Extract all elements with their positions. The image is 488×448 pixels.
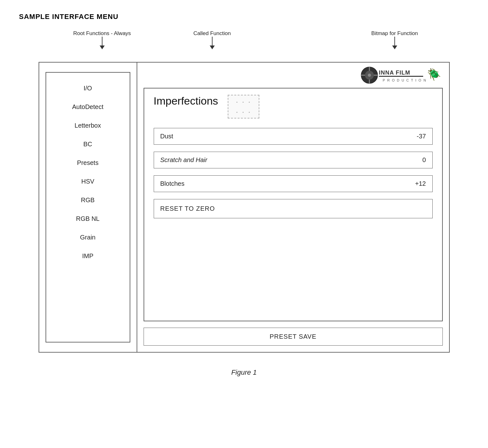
- menu-item-bc[interactable]: BC: [49, 135, 127, 154]
- logo-area: INNA FILM P R O D U C T I O N 🪲: [361, 66, 443, 85]
- param-value-blotches: +12: [410, 180, 426, 187]
- menu-item-hsv[interactable]: HSV: [49, 172, 127, 191]
- bitmap-function-label: Bitmap for Function: [371, 30, 418, 37]
- param-label-dust: Dust: [160, 133, 410, 140]
- svg-text:INNA FILM: INNA FILM: [379, 70, 410, 76]
- reset-to-zero-button[interactable]: RESET TO ZERO: [154, 199, 433, 218]
- menu-item-io[interactable]: I/O: [49, 79, 127, 98]
- param-row-scratch[interactable]: Scratch and Hair 0: [154, 152, 433, 168]
- logo-icon: INNA FILM P R O D U C T I O N 🪲: [361, 66, 443, 85]
- preset-save-button[interactable]: PRESET SAVE: [144, 328, 443, 346]
- left-panel: I/O AutoDetect Letterbox BC Presets HSV …: [39, 63, 137, 352]
- menu-item-imp[interactable]: IMP: [49, 247, 127, 265]
- bitmap-dots-icon: · · ·· · ·: [236, 97, 251, 117]
- menu-list: I/O AutoDetect Letterbox BC Presets HSV …: [46, 72, 130, 342]
- param-label-scratch: Scratch and Hair: [160, 156, 410, 164]
- main-container: I/O AutoDetect Letterbox BC Presets HSV …: [39, 62, 450, 353]
- right-panel: INNA FILM P R O D U C T I O N 🪲 Imperfec…: [137, 63, 449, 352]
- menu-item-rgb-nl[interactable]: RGB NL: [49, 209, 127, 228]
- svg-point-2: [368, 74, 371, 77]
- function-header: Imperfections · · ·· · ·: [154, 95, 433, 118]
- menu-item-presets[interactable]: Presets: [49, 154, 127, 172]
- menu-item-grain[interactable]: Grain: [49, 228, 127, 247]
- svg-text:P R O D U C T I O N: P R O D U C T I O N: [383, 78, 427, 82]
- param-row-dust[interactable]: Dust -37: [154, 128, 433, 145]
- svg-text:🪲: 🪲: [427, 68, 441, 81]
- svg-rect-8: [379, 76, 423, 77]
- menu-item-autodetect[interactable]: AutoDetect: [49, 98, 127, 116]
- param-label-blotches: Blotches: [160, 180, 410, 187]
- called-function-label: Called Function: [194, 30, 231, 37]
- param-value-dust: -37: [410, 133, 426, 140]
- param-value-scratch: 0: [410, 156, 426, 164]
- function-title: Imperfections: [154, 95, 218, 107]
- page-title: SAMPLE INTERFACE MENU: [19, 13, 118, 21]
- root-functions-label: Root Functions - Always: [73, 30, 131, 37]
- menu-item-rgb[interactable]: RGB: [49, 191, 127, 209]
- menu-item-letterbox[interactable]: Letterbox: [49, 116, 127, 135]
- bitmap-placeholder: · · ·· · ·: [228, 95, 259, 118]
- param-row-blotches[interactable]: Blotches +12: [154, 175, 433, 192]
- right-content: Imperfections · · ·· · · Dust -37 Scratc…: [144, 88, 443, 321]
- top-bar: INNA FILM P R O D U C T I O N 🪲: [137, 63, 449, 88]
- figure-caption: Figure 1: [231, 368, 257, 377]
